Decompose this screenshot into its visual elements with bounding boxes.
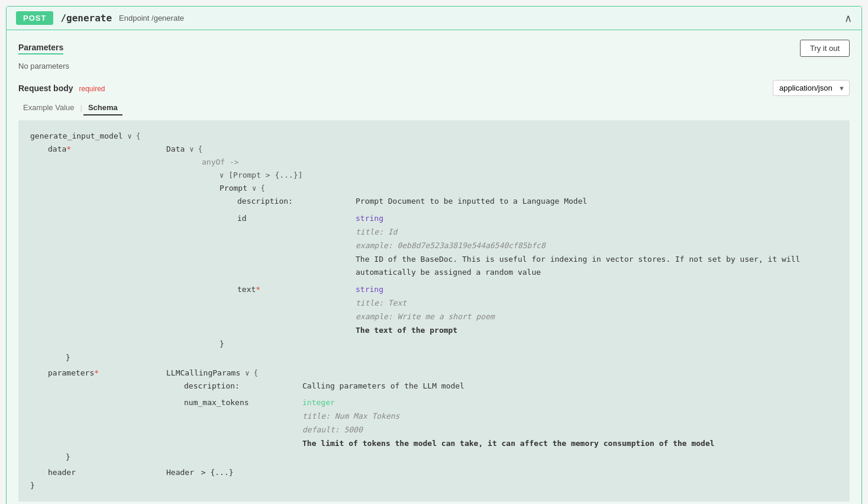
prompt-label: Prompt <box>220 182 247 195</box>
required-badge: required <box>79 85 105 93</box>
collapse-icon[interactable]: ∧ <box>844 12 852 25</box>
anyof-chevron[interactable]: ∨ <box>220 169 224 181</box>
field-header-detail: Header > {...} <box>166 466 838 479</box>
endpoint-header: POST /generate Endpoint /generate ∧ <box>7 7 861 30</box>
data-expand-icon[interactable]: ∨ { <box>189 143 202 155</box>
id-title: title: Id <box>356 226 838 239</box>
content-type-wrapper: application/json <box>773 80 850 96</box>
header-type-label: Header <box>166 468 194 477</box>
endpoint-description: Endpoint /generate <box>119 14 184 23</box>
anyof-items-line: ∨ [Prompt > {...}] <box>220 169 838 182</box>
field-parameters-name: parameters <box>48 367 166 380</box>
anyof-line: anyOf -> <box>202 156 838 169</box>
id-description: The ID of the BaseDoc. This is useful fo… <box>356 253 838 279</box>
data-close-brace: } <box>66 351 838 364</box>
endpoint-path: /generate <box>60 12 112 24</box>
schema-body: generate_input_model ∨ { data Data ∨ { a… <box>18 120 850 502</box>
parameters-title: Parameters <box>18 43 63 54</box>
root-model-line: generate_input_model ∨ { <box>30 130 838 143</box>
root-model-name: generate_input_model <box>30 130 123 143</box>
prompt-expand-icon[interactable]: ∨ { <box>252 182 265 194</box>
field-data-detail: Data ∨ { anyOf -> ∨ [Prompt > {...}] P <box>166 143 838 351</box>
field-header-name: header <box>48 466 166 479</box>
data-type-line: Data ∨ { <box>166 143 838 156</box>
root-expand-icon[interactable]: ∨ { <box>128 130 141 142</box>
tokens-default: default: 5000 <box>302 423 838 436</box>
tokens-type: integer <box>302 396 838 409</box>
header-field-key: header <box>48 468 76 477</box>
text-title: title: Text <box>356 297 838 310</box>
anyof-items: [Prompt > {...}] <box>228 169 302 182</box>
field-data-name: data <box>48 143 166 156</box>
prompt-description-row: description: Prompt Document to be input… <box>237 195 838 208</box>
data-field-key: data <box>48 145 71 153</box>
tokens-title: title: Num Max Tokens <box>302 410 838 423</box>
llm-tokens-row: num_max_tokens integer title: Num Max To… <box>184 396 838 451</box>
text-description: The text of the prompt <box>356 324 838 337</box>
llm-expand-icon[interactable]: ∨ { <box>245 367 258 379</box>
request-body-label-group: Request body required <box>18 84 105 93</box>
prompt-id-key: id <box>237 212 356 225</box>
prompt-id-detail: string title: Id example: 0eb8d7e523a381… <box>356 212 838 280</box>
parameters-close-brace: } <box>66 451 838 464</box>
tab-example-value[interactable]: Example Value <box>18 101 79 115</box>
prompt-text-row: text string title: Text example: Write m… <box>237 283 838 338</box>
api-endpoint-container: POST /generate Endpoint /generate ∧ Para… <box>6 6 862 504</box>
llm-desc-key: description: <box>184 380 302 393</box>
field-header-row: header Header > {...} <box>48 466 838 479</box>
id-type: string <box>356 212 838 225</box>
no-params-text: No parameters <box>18 62 850 70</box>
schema-tabs: Example Value | Schema <box>18 101 850 115</box>
llm-type-label: LLMCallingParams <box>166 367 240 380</box>
tab-separator: | <box>79 101 83 115</box>
request-body-header: Request body required application/json <box>18 80 850 96</box>
field-parameters-detail: LLMCallingParams ∨ { description: Callin… <box>166 367 838 451</box>
llm-description-row: description: Calling parameters of the L… <box>184 380 838 393</box>
header-expand-icon[interactable]: > {...} <box>201 468 234 477</box>
prompt-model-line: Prompt ∨ { <box>220 182 838 195</box>
llm-tokens-detail: integer title: Num Max Tokens default: 5… <box>302 396 838 451</box>
field-parameters-row: parameters LLMCallingParams ∨ { descript… <box>48 367 838 451</box>
anyof-label: anyOf -> <box>202 156 239 169</box>
data-type-label: Data <box>166 143 185 156</box>
text-type: string <box>356 283 838 296</box>
tab-schema[interactable]: Schema <box>83 101 122 115</box>
root-close-brace: } <box>30 479 838 492</box>
prompt-close-brace: } <box>220 338 838 351</box>
llm-desc-value: Calling parameters of the LLM model <box>302 380 838 393</box>
id-example: example: 0eb8d7e523a3819e544a6540cf85bfc… <box>356 239 838 252</box>
parameters-section: Parameters Try it out No parameters Requ… <box>7 30 861 504</box>
prompt-text-key: text <box>237 283 356 296</box>
text-required-key: text <box>237 285 260 294</box>
parameters-field-key: parameters <box>48 368 99 377</box>
parameters-header: Parameters Try it out <box>18 40 850 57</box>
llm-tokens-key: num_max_tokens <box>184 396 302 409</box>
http-method-badge: POST <box>16 11 53 25</box>
prompt-id-row: id string title: Id example: 0eb8d7e523a… <box>237 212 838 280</box>
tokens-description: The limit of tokens the model can take, … <box>302 437 838 450</box>
prompt-text-detail: string title: Text example: Write me a s… <box>356 283 838 338</box>
content-type-select[interactable]: application/json <box>773 80 850 96</box>
field-data-row: data Data ∨ { anyOf -> ∨ [Prompt <box>48 143 838 351</box>
try-it-out-button[interactable]: Try it out <box>800 40 850 57</box>
prompt-desc-value: Prompt Document to be inputted to a Lang… <box>356 195 838 208</box>
llm-type-line: LLMCallingParams ∨ { <box>166 367 838 380</box>
request-body-title: Request body <box>18 84 73 93</box>
text-example: example: Write me a short poem <box>356 310 838 323</box>
prompt-desc-key: description: <box>237 195 356 208</box>
